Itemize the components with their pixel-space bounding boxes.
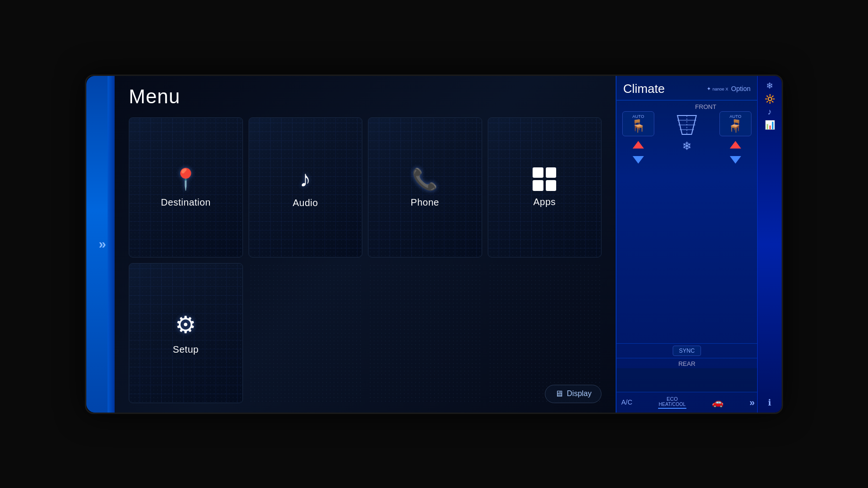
right-controls-bottom: ℹ [768,397,771,408]
driver-auto-label: AUTO [626,114,650,119]
nanoe-icon: ✦ nanoe X [707,86,728,92]
expand-chevrons-icon[interactable]: » [750,397,752,408]
phone-label: Phone [411,197,439,208]
apps-grid-icon [533,167,556,191]
rear-section-label: REAR [617,358,757,368]
collapse-chevrons-icon[interactable]: » [99,237,102,252]
empty-tile-3 [488,263,602,403]
infotainment-screen: » Menu 📍 Destination ♪ Audio 📞 Phone [85,74,783,414]
climate-footer: A/C ECO HEAT/COOL 🚗 » [617,392,757,413]
passenger-auto-button[interactable]: AUTO 🪑 [719,111,751,136]
display-icon: 🖥 [555,389,563,399]
passenger-seat-icon: 🪑 [728,119,743,133]
driver-temp-down-button[interactable] [630,153,647,166]
driver-auto-button[interactable]: AUTO 🪑 [622,111,654,136]
eco-label: ECO [667,396,678,402]
driver-seat-icon: 🪑 [626,119,650,133]
eco-underline [658,408,686,409]
climate-badge: ✦ nanoe X Option [707,85,751,92]
menu-title: Menu [129,85,601,108]
setup-label: Setup [173,344,199,355]
passenger-temp-up-button[interactable] [727,138,744,151]
destination-icon: 📍 [173,167,199,191]
fan-speed-display [673,113,701,137]
sync-row: SYNC [617,343,757,358]
empty-tile-2 [368,263,482,403]
eco-heat-section: ECO HEAT/COOL [658,396,686,409]
climate-panel: Climate ✦ nanoe X Option FRONT AUTO 🪑 [616,76,757,413]
heat-seat-strip-icon[interactable]: 🔆 [765,94,775,104]
front-section-label: FRONT [654,100,757,111]
snowflake-strip-icon[interactable]: ❄ [766,81,773,91]
setup-gear-icon: ⚙ [175,311,196,339]
display-button[interactable]: 🖥 Display [545,385,601,403]
display-label: Display [567,389,592,398]
music-strip-icon[interactable]: ♪ [768,107,772,117]
passenger-temp-down-button[interactable] [727,153,744,166]
climate-title: Climate [623,82,665,96]
svg-marker-1 [633,156,644,164]
apps-label: Apps [533,197,556,207]
svg-marker-0 [633,141,644,149]
car-icon: 🚗 [712,397,724,408]
svg-marker-8 [730,156,741,164]
sync-button[interactable]: SYNC [673,346,701,356]
menu-panel: Menu 📍 Destination ♪ Audio 📞 Phone [115,76,616,413]
climate-right-strip: ❄ 🔆 ♪ 📊 ℹ [757,76,782,413]
right-controls-top: ❄ 🔆 ♪ 📊 [765,81,775,130]
fan-speed-icon [673,113,701,137]
info-strip-icon[interactable]: ℹ [768,397,771,408]
driver-temp-up-button[interactable] [630,138,647,151]
heat-cool-label: HEAT/COOL [659,402,685,407]
left-accent-bar: » [86,76,115,413]
destination-tile[interactable]: 📍 Destination [129,117,243,257]
ac-fan-icon[interactable]: ❄ [682,140,692,153]
climate-header: Climate ✦ nanoe X Option [617,76,757,100]
climate-body: FRONT AUTO 🪑 [617,100,757,392]
setup-tile[interactable]: ⚙ Setup [129,263,243,403]
option-button[interactable]: Option [731,85,751,92]
phone-icon: 📞 [412,167,438,191]
phone-tile[interactable]: 📞 Phone [368,117,482,257]
apps-tile[interactable]: Apps [488,117,602,257]
ac-label[interactable]: A/C [621,398,632,406]
audio-icon: ♪ [300,166,311,192]
audio-tile[interactable]: ♪ Audio [249,117,363,257]
menu-grid: 📍 Destination ♪ Audio 📞 Phone [129,117,601,403]
rear-controls [617,368,757,392]
empty-tile-1 [249,263,363,403]
destination-label: Destination [161,197,211,208]
passenger-auto-label: AUTO [724,114,747,119]
svg-marker-7 [730,141,741,149]
bar-chart-strip-icon[interactable]: 📊 [765,120,775,130]
audio-label: Audio [292,198,318,208]
